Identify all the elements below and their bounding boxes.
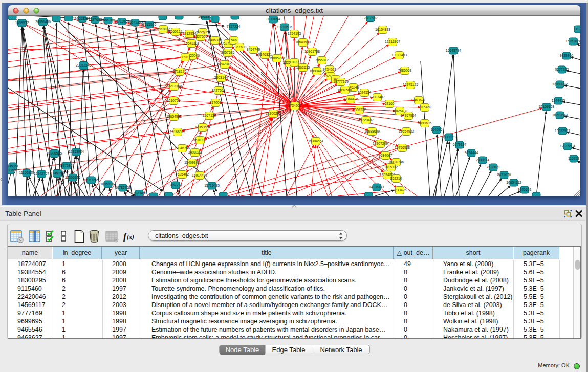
svg-text:15716485: 15716485 [204, 184, 220, 187]
svg-text:6897568: 6897568 [338, 88, 352, 92]
svg-text:933159: 933159 [8, 168, 16, 172]
svg-text:30975867: 30975867 [59, 164, 74, 167]
svg-text:20206535: 20206535 [47, 151, 62, 155]
svg-text:2933114: 2933114 [476, 158, 489, 162]
svg-text:15409348: 15409348 [184, 161, 200, 164]
svg-text:12505135: 12505135 [65, 176, 80, 179]
svg-text:9329966: 9329966 [560, 54, 574, 57]
svg-text:2718170: 2718170 [173, 70, 187, 73]
svg-text:32159358: 32159358 [539, 105, 554, 108]
svg-text:2887682: 2887682 [364, 16, 378, 20]
svg-text:7663822: 7663822 [157, 27, 170, 31]
svg-text:7857224: 7857224 [227, 25, 241, 28]
svg-text:9146821: 9146821 [258, 53, 272, 56]
svg-text:16961758: 16961758 [304, 50, 320, 53]
svg-text:116753: 116753 [568, 157, 579, 160]
svg-text:3457685: 3457685 [221, 51, 235, 54]
svg-text:10543382: 10543382 [184, 41, 199, 45]
svg-text:8938923: 8938923 [442, 135, 456, 139]
svg-text:9242845: 9242845 [218, 62, 232, 66]
svg-text:12942757: 12942757 [34, 172, 49, 176]
svg-text:9115460: 9115460 [418, 105, 431, 109]
svg-text:9457791: 9457791 [169, 183, 183, 187]
svg-text:16210643: 16210643 [552, 113, 568, 117]
svg-text:8813054: 8813054 [267, 17, 280, 21]
svg-text:1362615: 1362615 [296, 65, 310, 69]
svg-text:2886322: 2886322 [353, 108, 366, 112]
svg-text:12037: 12037 [290, 60, 299, 64]
svg-text:10958107: 10958107 [100, 182, 116, 186]
svg-text:9245652: 9245652 [518, 188, 532, 191]
svg-text:9327505: 9327505 [194, 35, 208, 38]
svg-text:546: 546 [231, 38, 237, 42]
svg-text:10807487: 10807487 [369, 95, 385, 99]
svg-text:20053346: 20053346 [76, 63, 91, 67]
svg-text:1733426: 1733426 [393, 188, 407, 192]
svg-text:8471676: 8471676 [497, 173, 511, 177]
svg-text:10046786: 10046786 [175, 146, 190, 150]
svg-text:12213957: 12213957 [385, 40, 400, 43]
svg-text:12353594: 12353594 [195, 125, 210, 129]
svg-text:1610755: 1610755 [167, 99, 181, 102]
svg-text:8427552: 8427552 [212, 89, 226, 92]
svg-text:9463627: 9463627 [412, 98, 426, 102]
svg-text:8990448: 8990448 [310, 69, 324, 73]
svg-text:12093872: 12093872 [552, 82, 568, 86]
svg-text:817006: 817006 [210, 101, 222, 104]
svg-text:7632621: 7632621 [487, 165, 500, 169]
svg-text:16671355: 16671355 [127, 20, 143, 24]
svg-text:7955812: 7955812 [315, 58, 329, 62]
svg-text:164095: 164095 [431, 128, 443, 132]
svg-text:19654982: 19654982 [166, 115, 182, 118]
svg-text:14136141: 14136141 [369, 185, 384, 189]
svg-text:98901: 98901 [181, 55, 190, 59]
svg-text:10654112: 10654112 [506, 181, 521, 184]
svg-text:3267130: 3267130 [203, 114, 216, 117]
svg-text:7625402: 7625402 [176, 172, 189, 176]
svg-text:62160: 62160 [385, 102, 395, 105]
svg-text:2803144: 2803144 [214, 76, 228, 79]
svg-text:10973493: 10973493 [391, 53, 407, 57]
svg-text:10688609: 10688609 [364, 129, 380, 133]
svg-text:(x): (x) [127, 233, 134, 240]
svg-text:6579197: 6579197 [453, 143, 467, 146]
svg-text:19218506: 19218506 [277, 25, 292, 29]
svg-text:12975125: 12975125 [403, 83, 418, 86]
svg-text:16154838: 16154838 [375, 28, 390, 31]
svg-text:15692971: 15692971 [555, 129, 570, 133]
svg-text:252214: 252214 [390, 177, 402, 180]
svg-text:8486328: 8486328 [208, 38, 222, 42]
svg-text:15720407: 15720407 [358, 118, 374, 122]
svg-text:12353924: 12353924 [69, 150, 84, 154]
svg-text:8454749: 8454749 [247, 48, 260, 51]
svg-text:18907249: 18907249 [373, 142, 388, 145]
svg-text:16648784: 16648784 [446, 49, 461, 52]
svg-text:19756928: 19756928 [395, 146, 410, 149]
svg-text:19777169: 19777169 [333, 80, 349, 83]
svg-text:1615132: 1615132 [384, 165, 398, 169]
svg-text:19166825: 19166825 [170, 130, 185, 134]
svg-text:9684067: 9684067 [379, 154, 393, 157]
svg-text:7485063: 7485063 [398, 69, 412, 72]
svg-text:15751074: 15751074 [565, 39, 580, 43]
svg-text:20364436: 20364436 [343, 97, 358, 101]
svg-text:11170: 11170 [574, 27, 580, 31]
svg-text:17016504: 17016504 [560, 144, 575, 148]
svg-text:3024554: 3024554 [358, 91, 372, 94]
svg-text:12213369: 12213369 [166, 84, 182, 88]
svg-text:14957984: 14957984 [401, 114, 416, 117]
svg-text:9474444: 9474444 [465, 151, 478, 155]
svg-text:19654923: 19654923 [399, 129, 414, 133]
svg-text:9734023: 9734023 [323, 68, 337, 71]
svg-text:20091406: 20091406 [35, 20, 51, 24]
svg-text:17957255: 17957255 [83, 178, 99, 182]
svg-text:1724007: 1724007 [288, 104, 302, 107]
svg-text:15885270: 15885270 [269, 56, 285, 60]
svg-text:6466160: 6466160 [101, 18, 115, 22]
svg-text:18640910: 18640910 [295, 40, 311, 44]
svg-text:5678312: 5678312 [193, 138, 207, 142]
svg-text:1244415: 1244415 [552, 99, 565, 102]
svg-text:9699695: 9699695 [418, 121, 432, 125]
svg-text:11156829: 11156829 [19, 171, 34, 174]
svg-text:1145194: 1145194 [51, 171, 64, 175]
